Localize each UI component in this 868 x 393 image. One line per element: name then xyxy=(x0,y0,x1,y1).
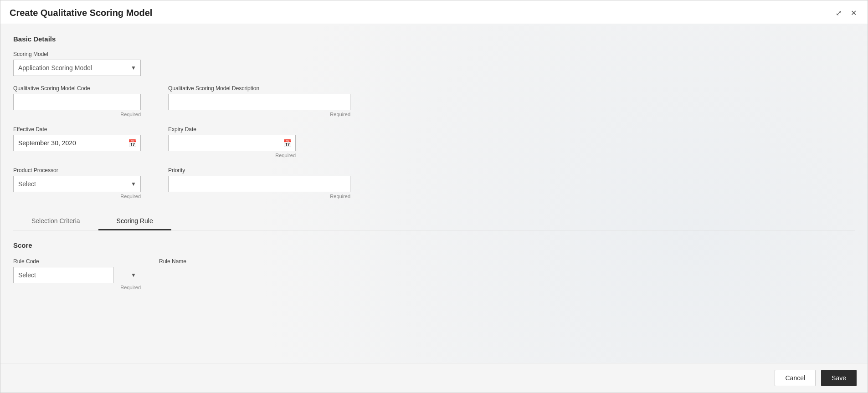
expiry-date-input[interactable] xyxy=(168,135,296,151)
rule-code-required: Required xyxy=(13,285,141,290)
rule-code-select[interactable]: Select xyxy=(13,267,113,283)
scoring-model-row: Scoring Model Application Scoring Model … xyxy=(13,51,855,76)
qualitative-description-input[interactable] xyxy=(168,94,350,110)
qualitative-description-required: Required xyxy=(168,112,350,117)
qualitative-code-required: Required xyxy=(13,112,141,117)
expiry-date-required: Required xyxy=(168,153,296,158)
score-section-title: Score xyxy=(13,241,855,249)
effective-date-wrapper: 📅 xyxy=(13,135,141,151)
rule-name-group: Rule Name xyxy=(159,258,287,273)
modal-title: Create Qualitative Scoring Model xyxy=(10,8,152,18)
effective-date-label: Effective Date xyxy=(13,126,141,133)
qualitative-description-label: Qualitative Scoring Model Description xyxy=(168,85,350,92)
product-processor-group: Product Processor Select ▼ Required xyxy=(13,167,141,199)
tabs-container: Selection Criteria Scoring Rule xyxy=(13,213,855,230)
expiry-date-label: Expiry Date xyxy=(168,126,296,133)
date-row: Effective Date 📅 Expiry Date 📅 Required xyxy=(13,126,855,158)
priority-input[interactable] xyxy=(168,176,350,192)
effective-date-calendar-icon[interactable]: 📅 xyxy=(128,139,137,148)
rule-code-label: Rule Code xyxy=(13,258,141,265)
scoring-model-select[interactable]: Application Scoring Model xyxy=(13,60,141,76)
expiry-date-group: Expiry Date 📅 Required xyxy=(168,126,296,158)
save-button[interactable]: Save xyxy=(821,370,857,386)
modal-header: Create Qualitative Scoring Model ⤢ ✕ xyxy=(0,0,868,24)
cancel-button[interactable]: Cancel xyxy=(775,370,816,386)
effective-date-group: Effective Date 📅 xyxy=(13,126,141,151)
priority-required: Required xyxy=(168,194,350,199)
rule-code-group: Rule Code Select ▼ Required xyxy=(13,258,141,290)
modal-body: Basic Details Scoring Model Application … xyxy=(0,24,868,393)
qualitative-code-label: Qualitative Scoring Model Code xyxy=(13,85,141,92)
product-processor-required: Required xyxy=(13,194,141,199)
effective-date-input[interactable] xyxy=(13,135,141,151)
processor-priority-row: Product Processor Select ▼ Required Prio… xyxy=(13,167,855,199)
scoring-model-select-wrapper: Application Scoring Model ▼ xyxy=(13,60,141,76)
basic-details-title: Basic Details xyxy=(13,35,855,43)
scoring-model-group: Scoring Model Application Scoring Model … xyxy=(13,51,141,76)
score-form-row: Rule Code Select ▼ Required Rule Name xyxy=(13,258,855,290)
close-icon[interactable]: ✕ xyxy=(849,8,858,18)
tab-content-scoring-rule: Score Rule Code Select ▼ Required Rule N… xyxy=(13,230,855,301)
priority-label: Priority xyxy=(168,167,350,174)
code-description-row: Qualitative Scoring Model Code Required … xyxy=(13,85,855,117)
product-processor-label: Product Processor xyxy=(13,167,141,174)
modal-footer: Cancel Save xyxy=(0,363,868,393)
expiry-date-wrapper: 📅 xyxy=(168,135,296,151)
tab-scoring-rule[interactable]: Scoring Rule xyxy=(98,213,171,230)
modal-container: Create Qualitative Scoring Model ⤢ ✕ Bas… xyxy=(0,0,868,393)
qualitative-description-group: Qualitative Scoring Model Description Re… xyxy=(168,85,350,117)
rule-name-display xyxy=(159,267,287,273)
expand-icon[interactable]: ⤢ xyxy=(834,8,843,18)
header-icons: ⤢ ✕ xyxy=(834,8,858,18)
scoring-model-label: Scoring Model xyxy=(13,51,141,57)
product-processor-select-wrapper: Select ▼ xyxy=(13,176,141,192)
priority-group: Priority Required xyxy=(168,167,350,199)
rule-code-arrow-icon: ▼ xyxy=(131,272,136,278)
rule-name-label: Rule Name xyxy=(159,258,287,265)
qualitative-code-group: Qualitative Scoring Model Code Required xyxy=(13,85,141,117)
product-processor-select[interactable]: Select xyxy=(13,176,141,192)
expiry-date-calendar-icon[interactable]: 📅 xyxy=(283,139,292,148)
tab-selection-criteria[interactable]: Selection Criteria xyxy=(13,213,98,230)
rule-code-select-wrapper: Select ▼ xyxy=(13,267,141,283)
qualitative-code-input[interactable] xyxy=(13,94,141,110)
